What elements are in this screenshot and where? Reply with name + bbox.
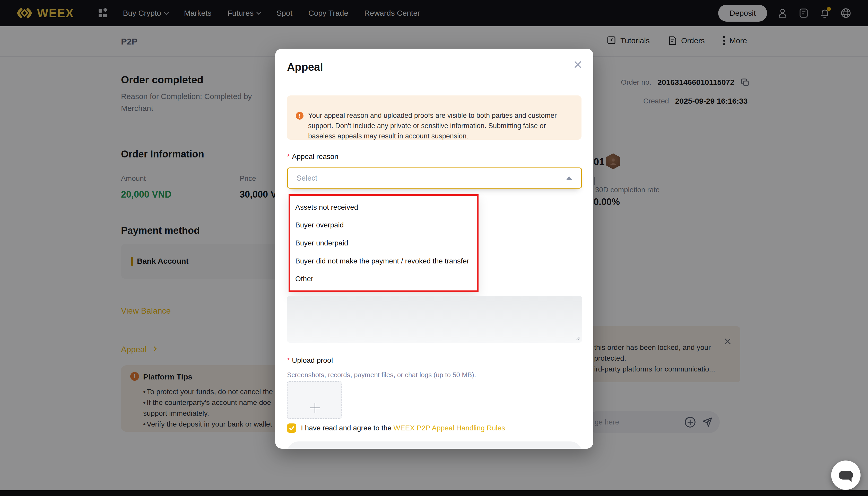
caret-up-icon <box>566 176 572 180</box>
modal-title: Appeal <box>287 61 323 73</box>
submit-button[interactable] <box>287 441 582 449</box>
required-marker: * <box>287 356 290 364</box>
dropdown-option-assets-not-received[interactable]: Assets not received <box>290 203 477 212</box>
appeal-description-textarea[interactable] <box>287 296 582 343</box>
select-placeholder: Select <box>296 174 566 182</box>
required-marker: * <box>287 153 290 160</box>
upload-proof-tile[interactable] <box>287 381 341 419</box>
dropdown-option-no-payment[interactable]: Buyer did not make the payment / revoked… <box>290 257 477 265</box>
resize-handle-icon[interactable] <box>575 336 580 341</box>
upload-hint: Screenshots, records, payment files, or … <box>287 371 476 379</box>
appeal-reason-label: Appeal reason <box>292 153 338 160</box>
chat-bubble-icon <box>839 471 853 480</box>
weex-p2p-page: P2P Tutorials Orders More O <box>0 0 868 496</box>
upload-proof-label: Upload proof <box>292 356 333 364</box>
dropdown-option-other[interactable]: Other <box>290 275 477 283</box>
info-warning-icon: ! <box>296 112 304 120</box>
appeal-reason-dropdown: Assets not received Buyer overpaid Buyer… <box>289 194 478 292</box>
appeal-modal: Appeal ! Your appeal reason and uploaded… <box>275 49 593 449</box>
agree-checkbox[interactable] <box>287 423 296 433</box>
check-icon <box>288 425 295 431</box>
dropdown-option-buyer-underpaid[interactable]: Buyer underpaid <box>290 239 477 247</box>
appeal-reason-select[interactable]: Select <box>287 168 582 189</box>
appeal-warning-box: ! Your appeal reason and uploaded proofs… <box>287 95 581 140</box>
appeal-warning-text: Your appeal reason and uploaded proofs a… <box>308 110 571 140</box>
agree-text: I have read and agree to the <box>301 424 394 432</box>
appeal-rules-link[interactable]: WEEX P2P Appeal Handling Rules <box>394 424 505 432</box>
dropdown-option-buyer-overpaid[interactable]: Buyer overpaid <box>290 221 477 229</box>
live-chat-fab[interactable] <box>831 461 861 490</box>
modal-close-icon[interactable] <box>573 59 583 70</box>
